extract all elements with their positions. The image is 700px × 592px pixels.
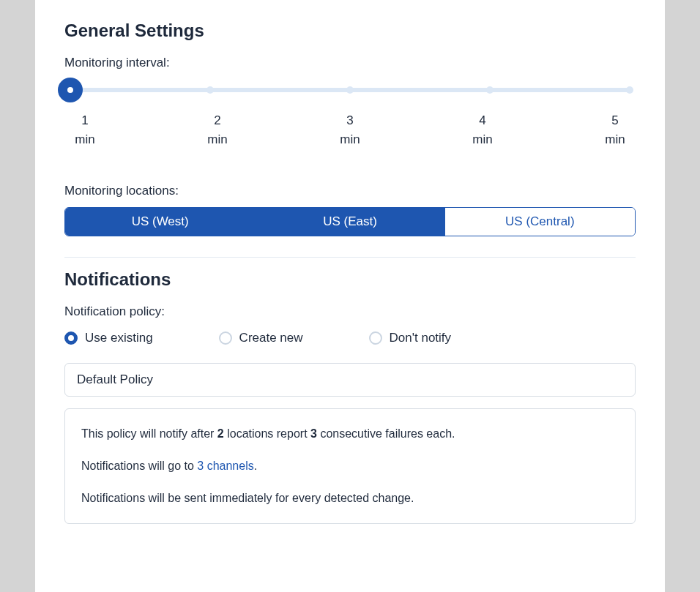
notification-policy-label: Notification policy: <box>64 304 636 319</box>
slider-label: 1 min <box>64 111 105 149</box>
slider-tick <box>626 86 633 94</box>
monitoring-locations-label: Monitoring locations: <box>64 184 636 198</box>
slider-labels: 1 min 2 min 3 min 4 min 5 min <box>64 111 636 149</box>
radio-icon <box>219 331 232 345</box>
section-divider <box>64 257 636 258</box>
slider-track[interactable] <box>70 88 630 92</box>
slider-tick <box>206 86 214 94</box>
slider-handle[interactable] <box>58 78 83 102</box>
policy-description-line-1: This policy will notify after 2 location… <box>81 425 619 443</box>
slider-tick <box>486 86 494 94</box>
radio-label: Don't notify <box>390 331 452 345</box>
policy-description-box: This policy will notify after 2 location… <box>64 408 636 524</box>
radio-label: Create new <box>239 331 303 345</box>
radio-label: Use existing <box>85 331 153 345</box>
slider-label: 2 min <box>197 111 238 149</box>
location-button-us-central[interactable]: US (Central) <box>445 208 635 236</box>
radio-icon <box>64 331 78 345</box>
monitoring-interval-slider[interactable]: 1 min 2 min 3 min 4 min 5 min <box>64 88 636 149</box>
location-button-us-east[interactable]: US (East) <box>255 208 444 236</box>
location-button-us-west[interactable]: US (West) <box>65 208 255 236</box>
radio-icon <box>369 331 382 345</box>
radio-create-new[interactable]: Create new <box>219 331 303 345</box>
policy-description-line-2: Notifications will go to 3 channels. <box>81 457 619 475</box>
notifications-heading: Notifications <box>64 269 636 290</box>
policy-description-line-3: Notifications will be sent immediately f… <box>81 490 619 507</box>
radio-use-existing[interactable]: Use existing <box>64 331 153 345</box>
notification-policy-radios: Use existing Create new Don't notify <box>64 331 636 345</box>
settings-panel: General Settings Monitoring interval: 1 … <box>35 0 665 592</box>
general-settings-heading: General Settings <box>64 20 636 41</box>
slider-label: 3 min <box>329 111 371 149</box>
slider-label: 5 min <box>595 111 636 149</box>
channels-link[interactable]: 3 channels <box>197 460 253 472</box>
policy-select[interactable]: Default Policy <box>64 363 636 397</box>
radio-dont-notify[interactable]: Don't notify <box>369 331 452 345</box>
monitoring-interval-label: Monitoring interval: <box>64 56 636 70</box>
slider-label: 4 min <box>462 111 503 149</box>
monitoring-locations-group: US (West) US (East) US (Central) <box>64 207 636 236</box>
slider-tick <box>346 86 354 94</box>
